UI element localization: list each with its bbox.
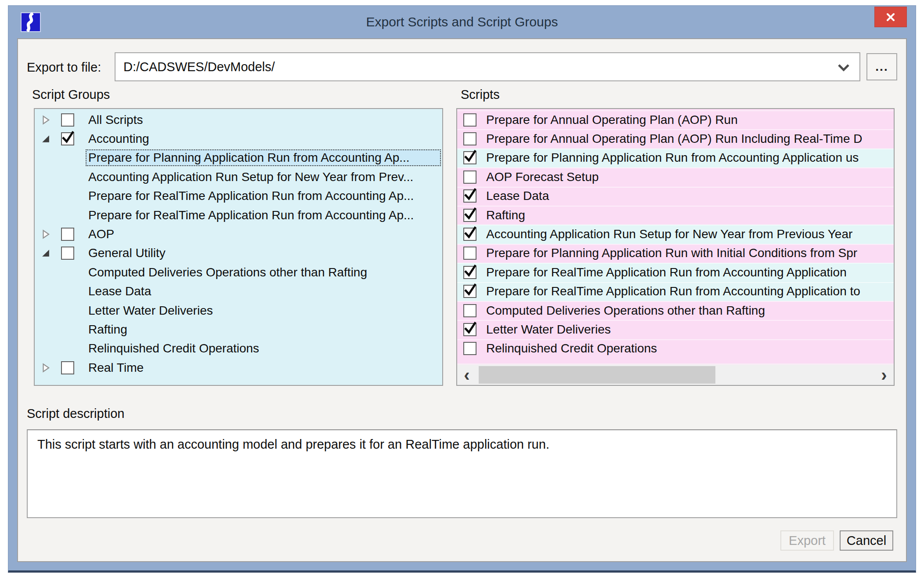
tree-script-row[interactable]: Letter Water Deliveries (35, 301, 442, 320)
checkbox-checked[interactable] (463, 266, 476, 279)
checkbox-checked[interactable] (463, 189, 476, 203)
tree-item-label: All Scripts (88, 113, 143, 127)
tree-script-row[interactable]: Prepare for Planning Application Run fro… (35, 149, 442, 167)
check-icon (463, 321, 478, 336)
tree-collapsed-icon[interactable] (41, 115, 51, 125)
script-description-text: This script starts with an accounting mo… (37, 437, 549, 451)
scrollbar-track[interactable] (476, 365, 874, 385)
script-row[interactable]: Prepare for RealTime Application Run fro… (457, 282, 894, 301)
cancel-button[interactable]: Cancel (840, 530, 893, 551)
tree-item-label: AOP (88, 227, 114, 241)
check-icon (61, 130, 76, 145)
close-button[interactable] (874, 7, 907, 27)
script-label: Prepare for RealTime Application Run fro… (486, 265, 847, 279)
tree-item-label: Computed Deliveries Operations other tha… (88, 265, 367, 279)
script-row[interactable]: Relinquished Credit Operations (457, 339, 894, 358)
script-row[interactable]: Letter Water Deliveries (457, 320, 894, 339)
tree-script-row[interactable]: Computed Deliveries Operations other tha… (35, 263, 442, 282)
tree-item[interactable]: Prepare for RealTime Application Run fro… (86, 207, 441, 224)
checkbox-checked[interactable] (463, 323, 476, 336)
tree-item-label: Rafting (88, 323, 127, 337)
tree-item-label: General Utility (88, 246, 166, 260)
check-icon (463, 264, 478, 279)
script-description-box[interactable]: This script starts with an accounting mo… (27, 429, 897, 518)
script-row[interactable]: Prepare for Planning Application Run wit… (457, 244, 894, 263)
tree-item-label: Real Time (88, 361, 144, 375)
checkbox-unchecked[interactable] (61, 247, 74, 260)
tree-item-selected[interactable]: Prepare for Planning Application Run fro… (86, 149, 441, 166)
checkbox-checked[interactable] (463, 151, 476, 164)
checkbox-checked[interactable] (61, 132, 74, 145)
tree-item[interactable]: Lease Data (86, 283, 441, 300)
script-label: Rafting (486, 208, 525, 222)
export-path-value: D:/CADSWES/DevModels/ (123, 60, 275, 74)
checkbox-unchecked[interactable] (463, 171, 476, 184)
tree-script-row[interactable]: Prepare for RealTime Application Run fro… (35, 187, 442, 206)
tree-item[interactable]: Prepare for RealTime Application Run fro… (86, 188, 441, 204)
script-row[interactable]: Rafting (457, 206, 894, 225)
tree-script-row[interactable]: Rafting (35, 320, 442, 339)
export-to-file-label: Export to file: (27, 60, 101, 75)
checkbox-unchecked[interactable] (61, 113, 74, 127)
checkbox-unchecked[interactable] (463, 132, 476, 145)
title-bar[interactable]: Export Scripts and Script Groups (8, 6, 916, 38)
tree-script-row[interactable]: Lease Data (35, 282, 442, 301)
script-label: Prepare for RealTime Application Run fro… (486, 284, 860, 298)
script-row[interactable]: Prepare for Planning Application Run fro… (457, 149, 894, 167)
horizontal-scrollbar[interactable]: ‹ › (457, 363, 894, 385)
tree-item-label: Prepare for RealTime Application Run fro… (88, 189, 414, 203)
tree-item[interactable]: Rafting (86, 321, 441, 338)
tree-collapsed-icon[interactable] (41, 229, 51, 239)
tree-script-row[interactable]: Prepare for RealTime Application Run fro… (35, 206, 442, 225)
script-label: AOP Forecast Setup (486, 170, 599, 184)
tree-script-row[interactable]: Accounting Application Run Setup for New… (35, 167, 442, 186)
tree-collapsed-icon[interactable] (41, 363, 51, 373)
tree-item[interactable]: Letter Water Deliveries (86, 302, 441, 319)
export-path-combobox[interactable]: D:/CADSWES/DevModels/ (115, 52, 860, 81)
dialog-content: Export to file: D:/CADSWES/DevModels/ ..… (17, 38, 907, 562)
tree-expanded-icon[interactable] (41, 248, 51, 258)
scroll-right-icon[interactable]: › (874, 365, 894, 385)
checkbox-checked[interactable] (463, 209, 476, 222)
tree-item-label: Relinquished Credit Operations (88, 341, 259, 356)
script-groups-tree[interactable]: All ScriptsAccountingPrepare for Plannin… (34, 108, 443, 386)
browse-button[interactable]: ... (866, 53, 897, 80)
script-row[interactable]: Prepare for Annual Operating Plan (AOP) … (457, 129, 894, 148)
checkbox-unchecked[interactable] (61, 361, 74, 374)
script-row[interactable]: Prepare for RealTime Application Run fro… (457, 263, 894, 282)
tree-group-row[interactable]: AOP (35, 225, 442, 243)
export-button[interactable]: Export (780, 530, 834, 551)
chevron-down-icon[interactable] (837, 64, 850, 72)
script-row[interactable]: Prepare for Annual Operating Plan (AOP) … (457, 110, 894, 129)
checkbox-unchecked[interactable] (463, 304, 476, 317)
tree-group-row[interactable]: Accounting (35, 129, 442, 148)
scripts-list[interactable]: Prepare for Annual Operating Plan (AOP) … (456, 108, 895, 386)
scroll-left-icon[interactable]: ‹ (457, 365, 476, 385)
checkbox-unchecked[interactable] (463, 113, 476, 127)
tree-group-row[interactable]: Real Time (35, 358, 442, 377)
script-row[interactable]: Accounting Application Run Setup for New… (457, 225, 894, 243)
scrollbar-thumb[interactable] (479, 366, 715, 384)
checkbox-unchecked[interactable] (463, 342, 476, 355)
checkbox-unchecked[interactable] (463, 247, 476, 260)
check-icon (463, 187, 478, 202)
tree-script-row[interactable]: Relinquished Credit Operations (35, 339, 442, 358)
tree-item[interactable]: Accounting Application Run Setup for New… (86, 169, 441, 185)
tree-item[interactable]: Relinquished Credit Operations (86, 340, 441, 357)
tree-group-row[interactable]: General Utility (35, 244, 442, 263)
tree-expanded-icon[interactable] (41, 134, 51, 144)
script-row[interactable]: Lease Data (457, 187, 894, 206)
check-icon (463, 225, 478, 240)
script-row[interactable]: AOP Forecast Setup (457, 167, 894, 186)
script-groups-label: Script Groups (32, 87, 110, 102)
checkbox-checked[interactable] (463, 285, 476, 298)
script-label: Relinquished Credit Operations (486, 341, 657, 356)
tree-item[interactable]: Computed Deliveries Operations other tha… (86, 264, 441, 281)
tree-item-label: Prepare for Planning Application Run fro… (88, 151, 410, 165)
tree-group-row[interactable]: All Scripts (35, 110, 442, 129)
scripts-label: Scripts (461, 87, 500, 102)
checkbox-checked[interactable] (463, 228, 476, 241)
window-title: Export Scripts and Script Groups (8, 6, 916, 38)
checkbox-unchecked[interactable] (61, 228, 74, 241)
script-row[interactable]: Computed Deliveries Operations other tha… (457, 301, 894, 320)
